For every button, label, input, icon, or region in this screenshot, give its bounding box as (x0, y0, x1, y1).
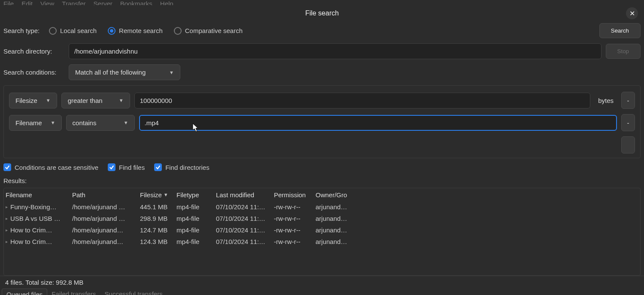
bottom-tab[interactable]: Successful transfers (100, 289, 167, 295)
condition-op-value: greater than (68, 97, 103, 104)
bottom-tab[interactable]: Failed transfers (47, 289, 100, 295)
remove-condition-button[interactable]: - (621, 92, 635, 109)
radio-comparative-search[interactable]: Comparative search (174, 27, 243, 35)
dialog-titlebar: File search ✕ (0, 5, 644, 21)
bottom-tab[interactable]: Queued files (2, 289, 47, 295)
cell-filesize: 124.7 MB (138, 226, 175, 234)
col-filesize[interactable]: Filesize▼ (138, 191, 175, 199)
radio-label: Comparative search (185, 27, 243, 34)
menu-item[interactable]: File (3, 0, 14, 5)
condition-field-value: Filename (15, 119, 42, 126)
col-lastmod[interactable]: Last modified (214, 191, 272, 199)
col-owner[interactable]: Owner/Gro (314, 191, 361, 199)
table-row[interactable]: ▸How to Crim…/home/arjunand…124.7 MBmp4-… (4, 224, 640, 236)
chevron-down-icon: ▼ (169, 70, 174, 75)
cell-owner: arjunand… (314, 203, 361, 211)
radio-label: Remote search (119, 27, 163, 34)
condition-unit: bytes (595, 97, 617, 104)
col-permissions[interactable]: Permission (272, 191, 314, 199)
search-type-label: Search type: (3, 27, 45, 34)
case-sensitive-checkbox[interactable]: Conditions are case sensitive (3, 163, 98, 171)
dialog-title-text: File search (305, 9, 339, 17)
status-text: 4 files. Total size: 992.8 MB (5, 279, 83, 286)
menu-item[interactable]: View (40, 0, 54, 5)
menubar: FileEditViewTransferServerBookmarksHelp (0, 0, 644, 5)
radio-icon (49, 27, 57, 35)
menu-item[interactable]: Bookmarks (120, 0, 152, 5)
menu-item[interactable]: Help (160, 0, 173, 5)
stop-button[interactable]: Stop (606, 44, 641, 59)
expand-icon: ▸ (6, 239, 8, 244)
bottom-tabs: Queued filesFailed transfersSuccessful t… (0, 289, 644, 295)
match-mode-select[interactable]: Match all of the following ▼ (69, 64, 180, 80)
radio-icon (174, 27, 182, 35)
condition-op-value: contains (73, 119, 97, 126)
dialog-close-button[interactable]: ✕ (626, 7, 638, 19)
radio-icon (108, 27, 115, 35)
menu-item[interactable]: Edit (21, 0, 33, 5)
search-conditions-row: Search conditions: Match all of the foll… (3, 64, 641, 80)
remove-condition-button[interactable]: - (621, 114, 635, 131)
condition-field-select[interactable]: Filename ▼ (9, 115, 62, 131)
cell-owner: arjunand… (314, 226, 361, 234)
radio-remote-search[interactable]: Remote search (108, 27, 163, 35)
condition-value-input[interactable] (134, 93, 590, 108)
table-header: Filename Path Filesize▼ Filetype Last mo… (4, 188, 640, 201)
checkbox-label: Find files (119, 164, 145, 171)
chevron-down-icon: ▼ (124, 120, 128, 125)
radio-local-search[interactable]: Local search (49, 27, 97, 35)
condition-op-select[interactable]: contains ▼ (66, 115, 135, 131)
cell-filetype: mp4-file (175, 203, 214, 211)
cell-lastmod: 07/10/2024 11:… (214, 215, 272, 222)
table-row[interactable]: ▸Funny-Boxing…/home/arjunand …445.1 MBmp… (4, 201, 640, 213)
table-row[interactable]: ▸USB A vs USB …/home/arjunand …298.9 MBm… (4, 213, 640, 224)
radio-label: Local search (60, 27, 97, 34)
close-icon: ✕ (629, 9, 635, 18)
menu-item[interactable]: Server (94, 0, 112, 5)
chevron-down-icon: ▼ (51, 120, 55, 125)
cell-filename: How to Crim… (10, 226, 52, 234)
cell-lastmod: 07/10/2024 11:… (214, 226, 272, 234)
cell-perms: -rw-rw-r-- (272, 203, 314, 211)
checkbox-label: Find directories (165, 164, 210, 171)
add-condition-button[interactable] (621, 136, 635, 154)
search-button[interactable]: Search (599, 23, 641, 38)
condition-field-select[interactable]: Filesize ▼ (9, 93, 57, 108)
checkbox-row: Conditions are case sensitive Find files… (3, 163, 641, 171)
cell-path: /home/arjunand… (70, 238, 138, 245)
find-directories-checkbox[interactable]: Find directories (154, 163, 210, 171)
table-row[interactable]: ▸How to Crim…/home/arjunand…124.3 MBmp4-… (4, 236, 640, 247)
col-filetype[interactable]: Filetype (175, 191, 214, 199)
search-directory-input[interactable] (69, 43, 601, 59)
col-path[interactable]: Path (70, 191, 138, 199)
search-type-row: Search type: Local search Remote search … (3, 23, 641, 38)
cell-path: /home/arjunand … (70, 203, 138, 211)
search-directory-label: Search directory: (3, 48, 64, 55)
minus-icon: - (627, 97, 629, 104)
col-filename[interactable]: Filename (4, 191, 70, 199)
chevron-down-icon: ▼ (46, 98, 51, 103)
expand-icon: ▸ (6, 205, 8, 209)
condition-value-input[interactable] (139, 115, 617, 131)
expand-icon: ▸ (6, 216, 8, 221)
search-directory-row: Search directory: Stop (3, 43, 641, 59)
checkbox-label: Conditions are case sensitive (15, 164, 98, 171)
cell-perms: -rw-rw-r-- (272, 215, 314, 222)
search-conditions-label: Search conditions: (3, 69, 64, 76)
search-type-radio-group: Local search Remote search Comparative s… (49, 27, 595, 35)
checkbox-icon (154, 163, 162, 171)
cell-filetype: mp4-file (175, 215, 214, 222)
cell-path: /home/arjunand … (70, 215, 138, 222)
condition-row-1: Filename ▼ contains ▼ - (9, 114, 635, 131)
cell-filename: How to Crim… (10, 238, 52, 245)
expand-icon: ▸ (6, 228, 8, 232)
table-body: ▸Funny-Boxing…/home/arjunand …445.1 MBmp… (4, 201, 640, 247)
menu-item[interactable]: Transfer (62, 0, 85, 5)
status-bar: 4 files. Total size: 992.8 MB (0, 276, 644, 289)
condition-op-select[interactable]: greater than ▼ (61, 93, 130, 108)
match-mode-value: Match all of the following (75, 69, 146, 76)
cell-filename: USB A vs USB … (10, 215, 61, 222)
chevron-down-icon: ▼ (119, 98, 124, 103)
find-files-checkbox[interactable]: Find files (108, 163, 145, 171)
cell-path: /home/arjunand… (70, 226, 138, 234)
